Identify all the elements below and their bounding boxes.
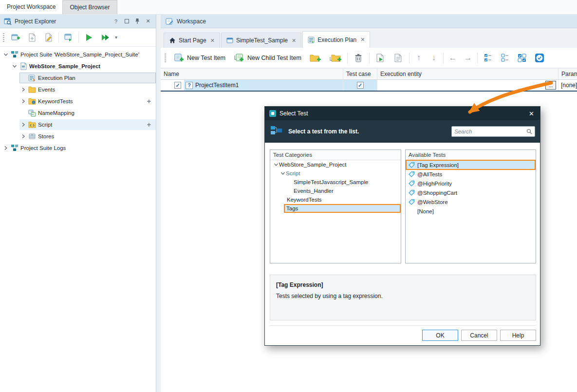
available-test-none[interactable]: [None] — [406, 206, 535, 216]
tab-simpletest-sample[interactable]: SimpleTest_Sample ✕ — [221, 33, 301, 48]
new-child-test-item-button[interactable]: New Child Test Item — [231, 51, 304, 65]
maximize-icon[interactable] — [123, 18, 130, 25]
column-header-parameters[interactable]: Param — [558, 69, 577, 79]
ellipsis-button[interactable]: ... — [545, 81, 556, 90]
add-script-icon[interactable]: + — [147, 121, 151, 129]
execution-plan-toolbar: New Test Item New Child Test Item ↑ ↓ ← … — [161, 48, 577, 68]
cancel-button[interactable]: Cancel — [461, 330, 497, 341]
chevron-down-icon[interactable] — [12, 64, 18, 68]
chevron-down-icon[interactable] — [273, 163, 279, 167]
move-up-icon[interactable]: ↑ — [413, 53, 425, 63]
column-label: Name — [164, 71, 179, 77]
tree-item-project-suite[interactable]: Project Suite 'WebStore_Sample_Project_S… — [0, 49, 156, 60]
outdent-icon[interactable]: ← — [447, 53, 459, 63]
tab-start-page[interactable]: Start Page ✕ — [164, 33, 220, 48]
tag-icon — [409, 180, 415, 187]
tree-item-execution-plan[interactable]: Execution Plan — [0, 72, 156, 84]
chevron-right-icon[interactable] — [20, 134, 26, 138]
test-categories-header: Test Categories — [270, 150, 401, 160]
close-icon[interactable]: ✕ — [210, 37, 215, 44]
pin-icon[interactable] — [133, 18, 141, 25]
toolbar-separator — [369, 53, 370, 63]
close-icon[interactable]: ✕ — [360, 37, 365, 43]
available-test-alltests[interactable]: @AllTests — [406, 169, 535, 179]
tree-item-script[interactable]: Script + — [0, 119, 156, 131]
home-icon — [169, 37, 176, 44]
add-new-item-button[interactable] — [9, 31, 22, 44]
uncheck-all-button[interactable] — [498, 51, 512, 65]
category-item-keywordtests[interactable]: KeywordTests — [270, 195, 401, 204]
chevron-down-icon[interactable] — [3, 53, 9, 56]
category-item-project[interactable]: WebStore_Sample_Project — [270, 160, 401, 169]
category-item-tags[interactable]: Tags — [270, 204, 401, 213]
tab-project-workspace[interactable]: Project Workspace — [0, 0, 62, 14]
tab-execution-plan[interactable]: Execution Plan ✕ — [302, 31, 370, 48]
chevron-down-icon[interactable] — [280, 171, 286, 175]
tree-item-project-suite-logs[interactable]: Project Suite Logs — [0, 142, 156, 154]
run-dropdown-icon[interactable]: ▾ — [115, 35, 117, 40]
table-row[interactable]: ✓ ? ProjectTestItem1 ✓ ... [none] — [161, 80, 577, 92]
new-child-group-button[interactable] — [327, 51, 344, 65]
column-header-name[interactable]: Name — [161, 69, 343, 79]
run-selected-button[interactable] — [373, 51, 388, 65]
chevron-right-icon[interactable] — [20, 88, 26, 92]
tab-object-browser[interactable]: Object Browser — [62, 0, 117, 14]
chevron-right-icon[interactable] — [20, 99, 26, 103]
report-button[interactable] — [391, 51, 406, 65]
available-test-highpriority[interactable]: @HighPriority — [406, 179, 535, 188]
column-header-test-case[interactable]: Test case — [343, 69, 377, 79]
close-icon[interactable]: ✕ — [527, 110, 536, 117]
run-project-button[interactable] — [82, 31, 95, 44]
category-item-simpletestjavascript[interactable]: SimpleTestJavascript_Sample — [270, 178, 401, 187]
organize-tests-button[interactable] — [62, 31, 75, 44]
help-icon[interactable]: ? — [112, 18, 120, 25]
project-icon — [19, 62, 27, 70]
description-body: Tests selected by using a tag expression… — [276, 293, 530, 299]
toolbar-grip[interactable] — [165, 54, 166, 62]
chevron-right-icon[interactable] — [3, 146, 9, 150]
tree-item-events[interactable]: Events — [0, 84, 156, 95]
panel-divider[interactable] — [156, 15, 161, 392]
close-icon[interactable]: ✕ — [292, 37, 296, 44]
new-test-item-button[interactable]: New Test Item — [171, 51, 228, 65]
add-keywordtest-icon[interactable]: + — [147, 97, 151, 105]
category-item-script[interactable]: Script — [270, 169, 401, 178]
new-group-button[interactable] — [307, 51, 324, 65]
move-down-icon[interactable]: ↓ — [428, 53, 440, 63]
chevron-right-icon[interactable] — [20, 123, 26, 127]
tab-label: Project Workspace — [7, 3, 56, 10]
edit-item-button[interactable] — [42, 31, 56, 44]
toggle-check-button[interactable] — [515, 51, 529, 65]
namemapping-icon — [28, 109, 36, 117]
toolbar-separator — [443, 53, 444, 63]
search-icon — [526, 129, 532, 134]
test-case-checkbox[interactable]: ✓ — [357, 82, 364, 89]
indent-icon[interactable]: → — [462, 53, 474, 63]
add-existing-item-button[interactable] — [25, 31, 39, 44]
dialog-title-bar[interactable]: Select Test ✕ — [265, 107, 540, 120]
project-explorer-header: Project Explorer ? ✕ — [0, 15, 156, 28]
row-checkbox[interactable]: ✓ — [174, 82, 181, 89]
run-with-options-button[interactable] — [98, 31, 112, 44]
available-test-shoppingcart[interactable]: @ShoppingCart — [406, 188, 535, 197]
check-all-button[interactable] — [481, 51, 495, 65]
dialog-separator — [270, 325, 536, 326]
tree-item-stores[interactable]: Stores — [0, 131, 156, 142]
ok-button[interactable]: OK — [422, 330, 458, 341]
project-explorer-toolbar: ▾ — [0, 28, 156, 47]
toolbar-grip[interactable] — [3, 33, 4, 42]
tree-item-keywordtests[interactable]: KeywordTests + — [0, 95, 156, 107]
tree-label: Stores — [38, 133, 54, 139]
help-button[interactable]: Help — [500, 330, 536, 341]
available-test-tag-expression[interactable]: [Tag Expression] — [406, 160, 535, 169]
tree-item-namemapping[interactable]: NameMapping — [0, 107, 156, 119]
tree-item-project[interactable]: WebStore_Sample_Project — [0, 60, 156, 72]
close-icon[interactable]: ✕ — [144, 18, 152, 25]
workspace-title: Workspace — [177, 18, 206, 25]
search-input[interactable] — [454, 129, 526, 134]
category-item-events-handler[interactable]: Events_Handler — [270, 187, 401, 195]
delete-button[interactable] — [351, 51, 366, 65]
available-test-webstore[interactable]: @WebStore — [406, 197, 535, 206]
enable-item-button[interactable] — [532, 51, 547, 65]
column-header-execution-entity[interactable]: Execution entity — [377, 69, 558, 79]
